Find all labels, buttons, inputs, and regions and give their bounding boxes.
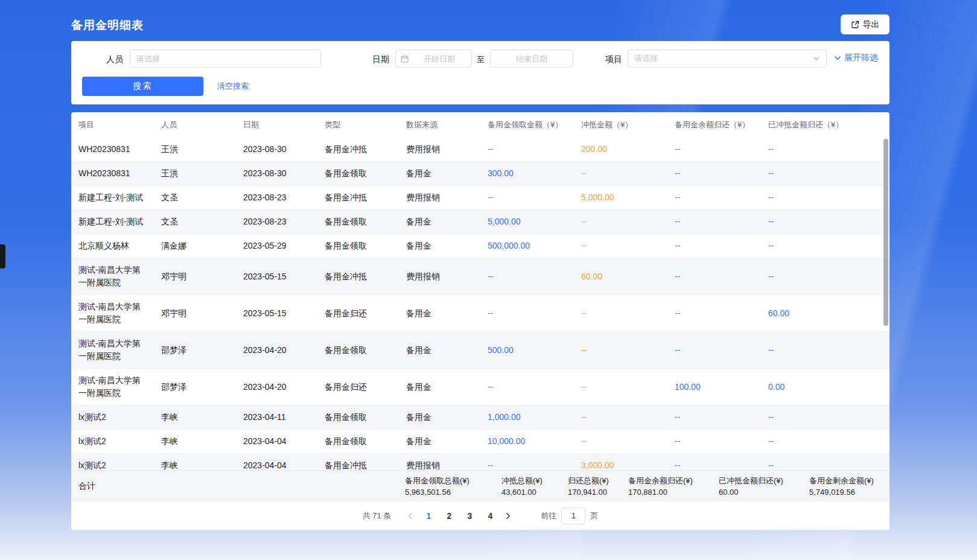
table-cell: 5,000.00: [480, 210, 574, 234]
table-cell: WH20230831: [71, 138, 154, 161]
table-cell: 2023-04-20: [236, 339, 317, 362]
table-row[interactable]: WH20230831王洪2023-08-30备用金冲抵费用报销--200.00-…: [71, 138, 889, 162]
table-cell: 文圣: [154, 186, 236, 209]
table-cell: 200.00: [574, 138, 667, 161]
column-header: 项目: [71, 119, 154, 130]
project-select[interactable]: 请选择: [628, 49, 827, 68]
date-start-input[interactable]: [412, 54, 466, 63]
table-cell: --: [667, 162, 761, 185]
table-cell: 满金娜: [154, 234, 236, 258]
table-cell: --: [667, 138, 761, 161]
table-cell: 备用金领取: [317, 234, 399, 258]
summary-item-label: 冲抵总额(¥): [501, 476, 568, 486]
table-row[interactable]: 北京顺义杨林满金娜2023-05-29备用金领取备用金500,000.00---…: [71, 234, 889, 258]
table-cell: lx测试2: [71, 454, 154, 470]
table-cell: 李峡: [154, 406, 236, 429]
table-cell: --: [761, 406, 889, 429]
table-cell: --: [667, 186, 761, 209]
clear-search-link[interactable]: 清空搜索: [217, 81, 249, 92]
expand-filters-link[interactable]: 展开筛选: [833, 52, 878, 63]
summary-item-value: 170,881.00: [628, 487, 719, 497]
table-cell: 0.00: [761, 375, 889, 399]
table-cell: lx测试2: [71, 406, 154, 429]
date-end-picker[interactable]: [490, 49, 573, 68]
table-cell: --: [574, 375, 667, 399]
prev-page-button[interactable]: [402, 508, 419, 524]
table-row[interactable]: lx测试2李峡2023-04-11备用金领取备用金1,000.00------: [71, 406, 889, 430]
person-label: 人员: [106, 54, 123, 65]
goto-page-input[interactable]: [561, 508, 585, 524]
table-cell: 邓宇明: [154, 302, 236, 325]
date-start-picker[interactable]: [395, 49, 472, 68]
search-button[interactable]: 搜索: [82, 77, 203, 96]
table-cell: 备用金冲抵: [317, 454, 399, 470]
table-cell: 2023-04-04: [236, 430, 317, 453]
summary-row: 合计 备用金领取总额(¥)5,963,501.56冲抵总额(¥)43,601.0…: [71, 470, 889, 501]
page-title: 备用金明细表: [71, 18, 144, 33]
table-cell: --: [574, 234, 667, 258]
table-cell: 备用金领取: [317, 406, 399, 429]
table-row[interactable]: 测试-南昌大学第一附属医院邓宇明2023-05-15备用金冲抵费用报销--60.…: [71, 258, 889, 295]
table-row[interactable]: 测试-南昌大学第一附属医院邵梦泽2023-04-20备用金归还备用金----10…: [71, 369, 889, 406]
table-cell: 备用金归还: [317, 302, 399, 325]
table-cell: 2023-05-15: [236, 265, 317, 288]
table-body: WH20230831王洪2023-08-30备用金冲抵费用报销--200.00-…: [71, 138, 889, 470]
summary-item-value: 60.00: [719, 487, 809, 497]
table-cell: 60.00: [574, 265, 667, 288]
table-cell: 500.00: [480, 339, 574, 362]
person-select-input[interactable]: [130, 49, 321, 68]
chevron-left-icon: [406, 512, 415, 520]
summary-items: 备用金领取总额(¥)5,963,501.56冲抵总额(¥)43,601.00归还…: [405, 476, 889, 497]
table-scrollbar[interactable]: [883, 139, 888, 326]
calendar-icon: [401, 55, 409, 63]
table-cell: --: [667, 265, 761, 288]
table-cell: 100.00: [667, 375, 761, 399]
table-cell: --: [761, 210, 889, 234]
table-cell: --: [761, 430, 889, 453]
table-row[interactable]: 新建工程-刘-测试文圣2023-08-23备用金冲抵费用报销--5,000.00…: [71, 186, 889, 210]
export-label: 导出: [863, 19, 880, 30]
table-cell: --: [574, 430, 667, 453]
pagination-total-text: 共 71 条: [363, 511, 392, 521]
page-button-2[interactable]: 2: [441, 508, 457, 524]
expand-chevron-icon: [833, 54, 842, 62]
table-cell: 60.00: [761, 302, 889, 325]
table-cell: 邵梦泽: [154, 339, 236, 362]
table-cell: --: [480, 265, 574, 288]
export-button[interactable]: 导出: [841, 14, 889, 34]
table-cell: 2023-05-15: [236, 302, 317, 325]
table-cell: 备用金领取: [317, 162, 399, 185]
date-end-input[interactable]: [495, 54, 568, 63]
table-cell: 费用报销: [399, 265, 480, 288]
page-button-4[interactable]: 4: [482, 508, 498, 524]
drawer-handle[interactable]: [0, 244, 5, 269]
table-row[interactable]: 新建工程-刘-测试文圣2023-08-23备用金领取备用金5,000.00---…: [71, 210, 889, 234]
table-cell: 王洪: [154, 162, 236, 185]
table-cell: --: [761, 339, 889, 362]
table-row[interactable]: lx测试2李峡2023-04-04备用金领取备用金10,000.00------: [71, 430, 889, 454]
table-row[interactable]: lx测试2李峡2023-04-04备用金冲抵费用报销--3,000.00----: [71, 454, 889, 470]
table-cell: --: [761, 186, 889, 209]
table-cell: --: [574, 406, 667, 429]
table-cell: --: [667, 339, 761, 362]
column-header: 人员: [154, 119, 236, 130]
pagination-pages: 1234: [420, 508, 498, 524]
summary-total-label: 合计: [71, 481, 405, 492]
table-cell: 邓宇明: [154, 265, 236, 288]
table-row[interactable]: WH20230831王洪2023-08-30备用金领取备用金300.00----…: [71, 162, 889, 186]
goto-page-group: 前往 页: [541, 508, 598, 524]
filter-panel: 人员 日期 至 项目 请选择 展开筛选 搜索 清空搜索: [71, 41, 889, 104]
table-cell: 备用金领取: [317, 339, 399, 362]
next-page-button[interactable]: [500, 508, 517, 524]
page-button-3[interactable]: 3: [461, 508, 478, 524]
date-label: 日期: [372, 54, 389, 65]
table-cell: --: [761, 234, 889, 258]
column-header: 备用金领取金额（¥）: [480, 119, 574, 130]
table-cell: 备用金: [399, 339, 480, 362]
table-row[interactable]: 测试-南昌大学第一附属医院邵梦泽2023-04-20备用金领取备用金500.00…: [71, 332, 889, 369]
chevron-down-icon: [813, 55, 820, 62]
table-cell: --: [667, 430, 761, 453]
page-button-1[interactable]: 1: [420, 508, 437, 524]
summary-item-value: 5,963,501.56: [405, 487, 501, 497]
table-row[interactable]: 测试-南昌大学第一附属医院邓宇明2023-05-15备用金归还备用金------…: [71, 295, 889, 332]
